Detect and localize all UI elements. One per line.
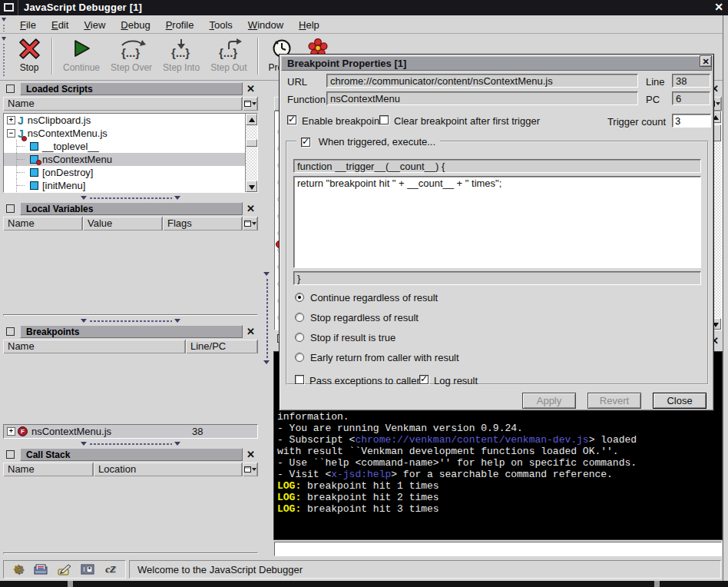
- url-field: chrome://communicator/content/nsContextM…: [326, 74, 638, 88]
- pass-exceptions-checkbox[interactable]: [295, 375, 304, 384]
- scroll-down-icon[interactable]: [246, 181, 257, 192]
- column-picker-icon[interactable]: [243, 463, 258, 476]
- tree-row[interactable]: +JnsClipboard.js: [4, 114, 257, 127]
- enable-breakpoint-checkbox[interactable]: [287, 115, 296, 124]
- tree-item-label: [initMenu]: [38, 180, 85, 191]
- toolbar-button-label: Stop: [20, 62, 39, 73]
- tree-row[interactable]: [initMenu]: [4, 179, 257, 192]
- menubar-grippy[interactable]: [1, 16, 8, 33]
- column-picker-icon[interactable]: [243, 217, 258, 230]
- step-out-button[interactable]: {...}Step Out: [205, 35, 252, 73]
- scroll-up-icon[interactable]: [246, 114, 257, 125]
- horizontal-splitter[interactable]: [2, 439, 259, 447]
- radio-stop-regardless-of-resul[interactable]: [295, 313, 304, 322]
- toolbar-grippy[interactable]: [1, 35, 8, 78]
- menu-profile[interactable]: Profile: [158, 17, 202, 33]
- mail-icon[interactable]: [32, 562, 51, 576]
- vertical-splitter[interactable]: [261, 81, 272, 555]
- tree-row[interactable]: __toplevel__: [4, 140, 257, 153]
- console-command-input[interactable]: [274, 542, 722, 556]
- chatzilla-icon[interactable]: cZ: [101, 562, 120, 576]
- trigger-code-textarea[interactable]: return "breakpoint hit " + __count__ + "…: [293, 176, 701, 268]
- clear-breakpoint-checkbox[interactable]: [379, 115, 389, 124]
- scrollbar[interactable]: [245, 114, 257, 192]
- local-variables-body[interactable]: [3, 314, 258, 316]
- pass-exceptions-label: Pass exceptions to caller: [309, 375, 420, 386]
- toolbar-button-label: Step Out: [210, 62, 247, 73]
- window-resize-bar[interactable]: [0, 581, 728, 587]
- window-menu-icon[interactable]: [4, 3, 14, 12]
- step-into-button[interactable]: {...}Step Into: [157, 35, 205, 73]
- scroll-thumb[interactable]: [246, 139, 257, 147]
- dialog-titlebar[interactable]: Breakpoint Properties [1]: [281, 56, 712, 71]
- breakpoints-body[interactable]: +FnsContextMenu.js38: [3, 424, 258, 439]
- panel-float-button[interactable]: [6, 450, 15, 459]
- menu-help[interactable]: Help: [291, 17, 327, 33]
- breakpoint-properties-dialog: Breakpoint Properties [1] ✕ URL chrome:/…: [279, 54, 714, 411]
- panel-close-icon[interactable]: ✕: [247, 83, 255, 95]
- step-over-button[interactable]: {...}Step Over: [105, 35, 157, 73]
- console-link[interactable]: chrome://venkman/content/venkman-dev.js: [355, 434, 588, 446]
- tree-row[interactable]: nsContextMenu: [4, 153, 257, 166]
- menu-debug[interactable]: Debug: [113, 17, 157, 33]
- column-header-name[interactable]: Name: [3, 340, 186, 353]
- radio-continue-regardless-of-r[interactable]: [295, 293, 304, 302]
- horizontal-splitter[interactable]: [2, 194, 259, 201]
- close-button[interactable]: Close: [653, 393, 706, 409]
- tree-item-label: nsContextMenu.js: [24, 128, 108, 139]
- panel-float-button[interactable]: [6, 204, 15, 213]
- column-headers: NameValueFlags: [2, 217, 259, 230]
- addressbook-icon[interactable]: [78, 562, 97, 576]
- trigger-count-input[interactable]: [672, 114, 711, 128]
- menu-view[interactable]: View: [76, 17, 113, 33]
- console-link[interactable]: x-jsd:help: [331, 469, 391, 480]
- panel-float-button[interactable]: [6, 85, 15, 93]
- menu-window[interactable]: Window: [240, 17, 291, 33]
- column-header-name[interactable]: Name: [3, 463, 94, 476]
- twisty-icon[interactable]: +: [7, 116, 15, 124]
- panel-close-icon[interactable]: ✕: [247, 449, 255, 460]
- log-result-checkbox[interactable]: [419, 375, 429, 384]
- console-text: LOG:: [277, 480, 301, 492]
- twisty-icon[interactable]: +: [7, 427, 15, 436]
- tree-row[interactable]: −JnsContextMenu.js: [4, 127, 257, 140]
- column-picker-icon[interactable]: [243, 97, 258, 111]
- breakpoint-row[interactable]: +FnsContextMenu.js38: [4, 425, 257, 438]
- panel-close-icon[interactable]: ✕: [247, 203, 255, 214]
- column-header-line-pc[interactable]: Line/PC: [186, 340, 258, 353]
- apply-button[interactable]: Apply: [522, 393, 576, 409]
- dialog-close-button[interactable]: ✕: [700, 55, 712, 67]
- panel-float-button[interactable]: [6, 327, 15, 336]
- loaded-scripts-body[interactable]: +JnsClipboard.js−JnsContextMenu.js__topl…: [3, 113, 258, 193]
- console-text: - Use ``help <command-name>'' for help o…: [277, 457, 637, 469]
- column-header-flags[interactable]: Flags: [163, 217, 243, 230]
- menu-tools[interactable]: Tools: [202, 17, 240, 33]
- menu-file[interactable]: File: [12, 17, 44, 33]
- stop-button[interactable]: Stop: [12, 35, 47, 73]
- radio-stop-if-result-is-true[interactable]: [295, 333, 304, 342]
- call-stack-body[interactable]: [3, 552, 258, 554]
- panel-breakpoints: Breakpoints✕NameLine/PC+FnsContextMenu.j…: [2, 324, 259, 439]
- window-title: JavaScript Debugger [1]: [24, 2, 142, 13]
- panel-close-icon[interactable]: ✕: [247, 326, 255, 337]
- column-header-name[interactable]: Name: [3, 97, 243, 111]
- console-line: LOG: breakpoint hit 3 times: [277, 503, 637, 515]
- radio-early-return-from-caller[interactable]: [295, 353, 304, 362]
- console-text: breakpoint hit 3 times: [301, 503, 438, 515]
- tree-row[interactable]: [onDestroy]: [4, 166, 257, 179]
- navigator-icon[interactable]: ☸: [9, 562, 28, 576]
- window-close-icon[interactable]: ✕: [714, 1, 723, 13]
- revert-button[interactable]: Revert: [587, 393, 641, 409]
- twisty-icon[interactable]: −: [7, 129, 15, 138]
- horizontal-splitter[interactable]: [2, 317, 259, 324]
- trigger-code-header: function __trigger__(__count__) {: [293, 159, 701, 173]
- when-triggered-checkbox[interactable]: [301, 138, 310, 147]
- menu-edit[interactable]: Edit: [44, 17, 76, 33]
- function-field: nsContextMenu: [326, 91, 638, 105]
- console-text: - Visit <: [277, 469, 331, 480]
- continue-button[interactable]: Continue: [58, 35, 105, 73]
- column-header-location[interactable]: Location: [94, 463, 243, 476]
- column-header-value[interactable]: Value: [83, 217, 163, 230]
- composer-icon[interactable]: [55, 562, 74, 576]
- column-header-name[interactable]: Name: [3, 217, 83, 230]
